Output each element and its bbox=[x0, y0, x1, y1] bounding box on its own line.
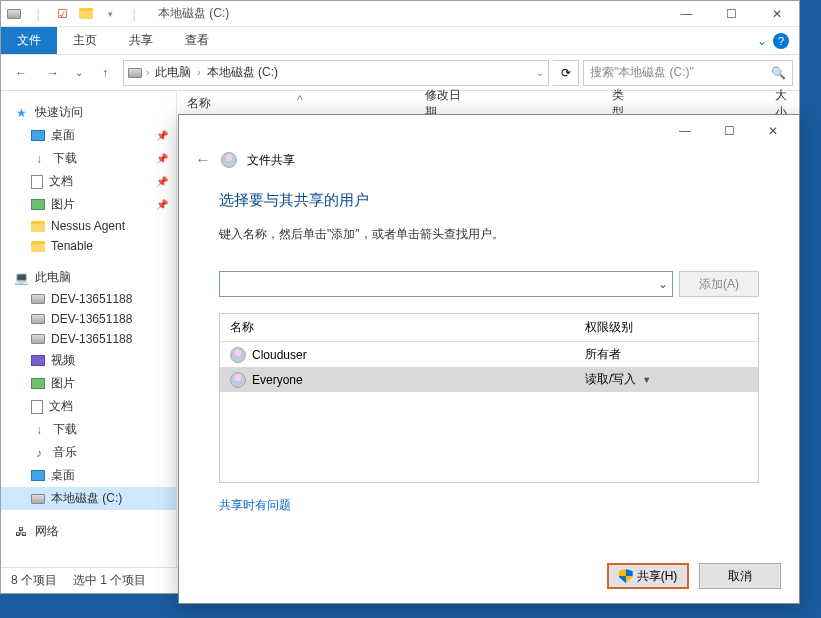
dialog-content: 选择要与其共享的用户 键入名称，然后单击"添加"，或者单击箭头查找用户。 ⌄ 添… bbox=[179, 181, 799, 524]
perm-user-name: Clouduser bbox=[252, 348, 307, 362]
pc-icon: 💻 bbox=[13, 270, 29, 286]
tab-view[interactable]: 查看 bbox=[169, 27, 225, 54]
dialog-close-button[interactable]: ✕ bbox=[751, 116, 795, 146]
tab-share[interactable]: 共享 bbox=[113, 27, 169, 54]
drive-icon bbox=[31, 314, 45, 324]
shield-icon bbox=[619, 569, 633, 583]
combo-dropdown-icon[interactable]: ⌄ bbox=[658, 277, 668, 291]
user-input[interactable] bbox=[224, 277, 658, 291]
perm-level[interactable]: 读取/写入▼ bbox=[585, 371, 651, 388]
nav-network[interactable]: 🖧网络 bbox=[1, 520, 176, 543]
breadcrumb-cdrive[interactable]: 本地磁盘 (C:) bbox=[205, 64, 280, 81]
breadcrumb-thispc[interactable]: 此电脑 bbox=[153, 64, 193, 81]
chevron-icon[interactable]: › bbox=[146, 67, 149, 78]
picture-icon bbox=[31, 199, 45, 210]
dialog-titlebar: — ☐ ✕ bbox=[179, 115, 799, 147]
drive-icon bbox=[5, 5, 23, 23]
tab-home[interactable]: 主页 bbox=[57, 27, 113, 54]
ribbon-collapse-icon[interactable]: ⌄ bbox=[757, 34, 767, 48]
folder-icon bbox=[31, 221, 45, 232]
drive-icon bbox=[31, 334, 45, 344]
nav-documents2[interactable]: 文档 bbox=[1, 395, 176, 418]
nav-desktop[interactable]: 桌面📌 bbox=[1, 124, 176, 147]
desktop-icon bbox=[31, 130, 45, 141]
perm-row[interactable]: Clouduser所有者 bbox=[220, 342, 758, 367]
nav-cdrive[interactable]: 本地磁盘 (C:) bbox=[1, 487, 176, 510]
nav-tenable[interactable]: Tenable bbox=[1, 236, 176, 256]
dialog-subtitle: 键入名称，然后单击"添加"，或者单击箭头查找用户。 bbox=[219, 226, 759, 243]
nav-desktop2[interactable]: 桌面 bbox=[1, 464, 176, 487]
share-icon bbox=[221, 152, 237, 168]
network-icon: 🖧 bbox=[13, 524, 29, 540]
file-share-dialog: — ☐ ✕ ← 文件共享 选择要与其共享的用户 键入名称，然后单击"添加"，或者… bbox=[178, 114, 800, 604]
window-controls: — ☐ ✕ bbox=[664, 1, 799, 27]
dialog-back-button[interactable]: ← bbox=[195, 151, 211, 169]
nav-dev2[interactable]: DEV-13651188 bbox=[1, 309, 176, 329]
video-icon bbox=[31, 355, 45, 366]
nav-videos[interactable]: 视频 bbox=[1, 349, 176, 372]
col-name[interactable]: 名称 bbox=[187, 95, 285, 112]
search-icon: 🔍 bbox=[771, 66, 786, 80]
qat-new-folder-icon[interactable] bbox=[77, 5, 95, 23]
perm-col-name[interactable]: 名称 bbox=[230, 319, 585, 336]
perm-level[interactable]: 所有者 bbox=[585, 346, 621, 363]
dialog-header: ← 文件共享 bbox=[179, 147, 799, 181]
nav-music[interactable]: ♪音乐 bbox=[1, 441, 176, 464]
nav-downloads2[interactable]: ↓下载 bbox=[1, 418, 176, 441]
user-icon bbox=[230, 347, 246, 363]
qat-separator: | bbox=[29, 5, 47, 23]
minimize-button[interactable]: — bbox=[664, 1, 709, 27]
user-combobox[interactable]: ⌄ bbox=[219, 271, 673, 297]
perm-table-header: 名称 权限级别 bbox=[220, 314, 758, 342]
nav-dev1[interactable]: DEV-13651188 bbox=[1, 289, 176, 309]
close-button[interactable]: ✕ bbox=[754, 1, 799, 27]
qat-separator: | bbox=[125, 5, 143, 23]
help-icon[interactable]: ? bbox=[773, 33, 789, 49]
dialog-buttons: 共享(H) 取消 bbox=[607, 563, 781, 589]
titlebar: | ☑ ▾ | 本地磁盘 (C:) — ☐ ✕ bbox=[1, 1, 799, 27]
nav-group-quick: ★快速访问 桌面📌 ↓下载📌 文档📌 图片📌 Nessus Agent Tena… bbox=[1, 101, 176, 256]
search-box[interactable]: 搜索"本地磁盘 (C:)" 🔍 bbox=[583, 60, 793, 86]
qat-properties-icon[interactable]: ☑ bbox=[53, 5, 71, 23]
document-icon bbox=[31, 400, 43, 414]
perm-row[interactable]: Everyone读取/写入▼ bbox=[220, 367, 758, 392]
nav-pictures2[interactable]: 图片 bbox=[1, 372, 176, 395]
folder-icon bbox=[31, 241, 45, 252]
drive-icon bbox=[31, 294, 45, 304]
nav-quick-access[interactable]: ★快速访问 bbox=[1, 101, 176, 124]
nav-thispc[interactable]: 💻此电脑 bbox=[1, 266, 176, 289]
user-icon bbox=[230, 372, 246, 388]
nav-forward-button[interactable]: → bbox=[39, 59, 67, 87]
nav-dev3[interactable]: DEV-13651188 bbox=[1, 329, 176, 349]
nav-back-button[interactable]: ← bbox=[7, 59, 35, 87]
tab-file[interactable]: 文件 bbox=[1, 27, 57, 54]
address-box[interactable]: › 此电脑 › 本地磁盘 (C:) ⌄ bbox=[123, 60, 549, 86]
download-icon: ↓ bbox=[31, 422, 47, 438]
perm-col-level[interactable]: 权限级别 bbox=[585, 319, 633, 336]
address-bar: ← → ⌄ ↑ › 此电脑 › 本地磁盘 (C:) ⌄ ⟳ 搜索"本地磁盘 (C… bbox=[1, 55, 799, 91]
nav-nessus[interactable]: Nessus Agent bbox=[1, 216, 176, 236]
share-issues-link[interactable]: 共享时有问题 bbox=[219, 497, 291, 514]
refresh-button[interactable]: ⟳ bbox=[553, 60, 579, 86]
qat-dropdown-icon[interactable]: ▾ bbox=[101, 5, 119, 23]
nav-up-button[interactable]: ↑ bbox=[91, 59, 119, 87]
nav-pane: ★快速访问 桌面📌 ↓下载📌 文档📌 图片📌 Nessus Agent Tena… bbox=[1, 91, 177, 567]
chevron-icon[interactable]: › bbox=[197, 67, 200, 78]
document-icon bbox=[31, 175, 43, 189]
nav-documents[interactable]: 文档📌 bbox=[1, 170, 176, 193]
dialog-maximize-button[interactable]: ☐ bbox=[707, 116, 751, 146]
user-input-row: ⌄ 添加(A) bbox=[219, 271, 759, 297]
maximize-button[interactable]: ☐ bbox=[709, 1, 754, 27]
perm-dropdown-icon[interactable]: ▼ bbox=[642, 375, 651, 385]
cancel-button[interactable]: 取消 bbox=[699, 563, 781, 589]
share-button[interactable]: 共享(H) bbox=[607, 563, 689, 589]
dialog-minimize-button[interactable]: — bbox=[663, 116, 707, 146]
nav-pictures[interactable]: 图片📌 bbox=[1, 193, 176, 216]
music-icon: ♪ bbox=[31, 445, 47, 461]
nav-history-dropdown[interactable]: ⌄ bbox=[71, 59, 87, 87]
search-placeholder: 搜索"本地磁盘 (C:)" bbox=[590, 64, 694, 81]
star-icon: ★ bbox=[13, 105, 29, 121]
add-button[interactable]: 添加(A) bbox=[679, 271, 759, 297]
address-dropdown-icon[interactable]: ⌄ bbox=[536, 67, 544, 78]
nav-downloads[interactable]: ↓下载📌 bbox=[1, 147, 176, 170]
